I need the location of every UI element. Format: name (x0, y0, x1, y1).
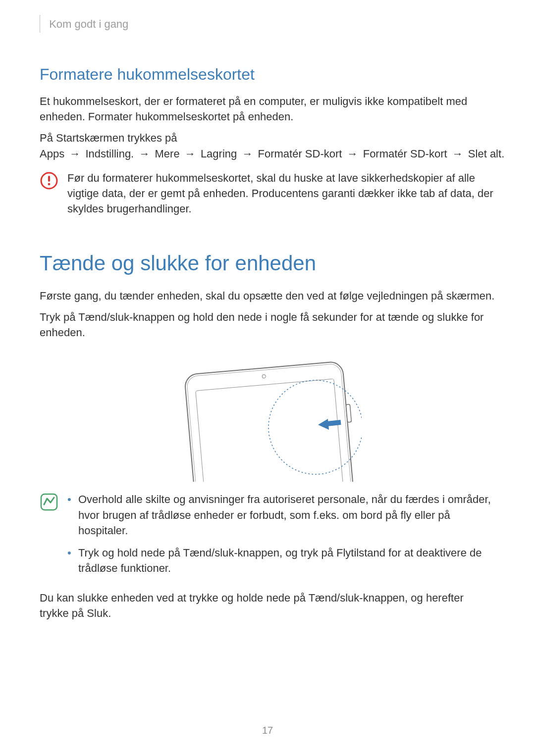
svg-rect-10 (41, 494, 57, 510)
path-step-2: Mere (155, 148, 180, 160)
path-step-3: Lagring (201, 148, 237, 160)
tip-item: Overhold alle skilte og anvisninger fra … (67, 492, 495, 538)
arrow-icon: → (347, 146, 358, 161)
path-step-4: Formatér SD-kort (258, 148, 342, 160)
path-step-6: Slet alt (468, 148, 501, 160)
path-step-1: Indstilling. (85, 148, 134, 160)
section2-title: Tænde og slukke for enheden (40, 252, 495, 275)
path-suffix: . (501, 148, 504, 160)
warning-note: Før du formaterer hukommelseskortet, ska… (40, 170, 495, 217)
page-number: 17 (0, 725, 535, 736)
path-prefix: På Startskærmen trykkes på (40, 132, 177, 144)
header-tick (40, 15, 40, 33)
section2-p1: Første gang, du tænder enheden, skal du … (40, 288, 495, 303)
section1-p1: Et hukommelseskort, der er formateret på… (40, 94, 495, 124)
section1-title: Formatere hukommelseskortet (40, 65, 495, 84)
tip-note: Overhold alle skilte og anvisninger fra … (40, 492, 495, 583)
tip-item: Tryk og hold nede på Tænd/sluk-knappen, … (67, 545, 495, 576)
device-illustration (40, 353, 495, 482)
svg-rect-1 (48, 176, 50, 182)
warning-icon (40, 171, 58, 190)
arrow-icon: → (139, 146, 150, 161)
path-step-5: Formatér SD-kort (363, 148, 447, 160)
arrow-icon: → (242, 146, 253, 161)
arrow-icon: → (69, 146, 80, 161)
section2-p3: Du kan slukke enheden ved at trykke og h… (40, 590, 495, 621)
running-header-text: Kom godt i gang (49, 18, 128, 30)
running-header: Kom godt i gang (40, 18, 495, 36)
path-step-0: Apps (40, 148, 64, 160)
arrow-icon: → (452, 146, 463, 161)
tip-list: Overhold alle skilte og anvisninger fra … (67, 492, 495, 576)
tip-item-text: Overhold alle skilte og anvisninger fra … (78, 493, 491, 536)
format-path: På Startskærmen trykkes på Apps → Indsti… (40, 130, 495, 161)
tip-icon (40, 493, 58, 511)
arrow-icon: → (185, 146, 196, 161)
tip-item-text: Tryk og hold nede på Tænd/sluk-knappen, … (78, 547, 482, 574)
svg-point-2 (48, 183, 51, 186)
warning-text: Før du formaterer hukommelseskortet, ska… (67, 170, 495, 217)
section2-p2: Tryk på Tænd/sluk-knappen og hold den ne… (40, 309, 495, 340)
